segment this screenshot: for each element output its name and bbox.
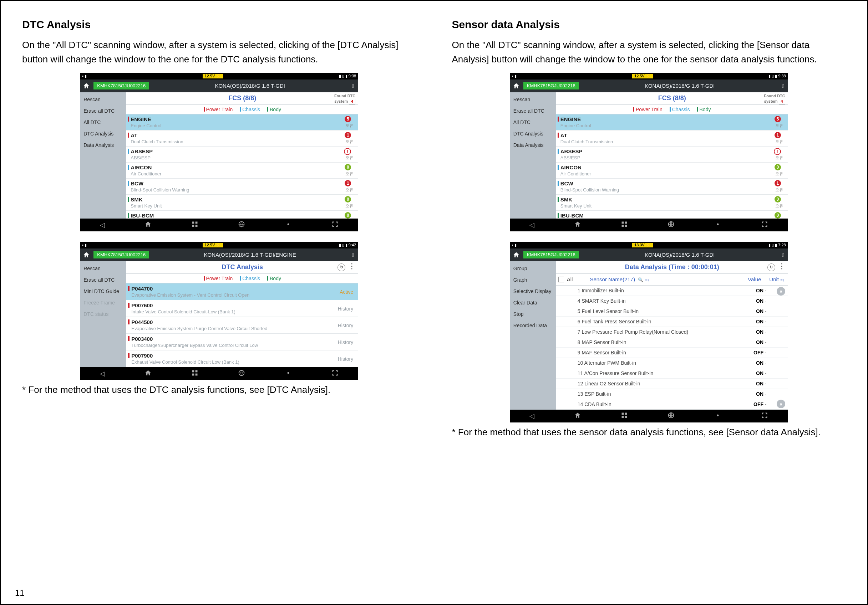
home-icon[interactable]	[83, 251, 90, 258]
dtc-row-P044500[interactable]: P044500 Evaporative Emission System-Purg…	[126, 317, 358, 334]
sidebar-item-rescan[interactable]: Rescan	[80, 263, 126, 274]
data-row[interactable]: 8 MAP Sensor Built-in ON-	[556, 337, 788, 348]
data-row[interactable]: 11 A/Con Pressure Sensor Built-in ON-	[556, 368, 788, 379]
pill-body[interactable]: Body	[697, 107, 711, 112]
sidebar-item-dtc-analysis[interactable]: DTC Analysis	[510, 128, 556, 139]
back-icon[interactable]: ◁	[100, 370, 105, 378]
system-row-ibu-bcm[interactable]: IBU-BCM 0	[556, 211, 788, 218]
globe-icon[interactable]	[668, 221, 675, 229]
system-row-at[interactable]: AT Dual Clutch Transmission 1 오류	[556, 130, 788, 147]
sensor-name-header[interactable]: Sensor Name(217) 🔍 ≡↓	[575, 276, 741, 282]
sidebar-item-graph[interactable]: Graph	[510, 274, 556, 286]
dtc-row-P007600[interactable]: P007600 Intake Valve Control Solenoid Ci…	[126, 300, 358, 317]
search-icon[interactable]: 🔍	[638, 277, 643, 282]
sidebar-item-clear-data[interactable]: Clear Data	[510, 297, 556, 308]
scroll-down-icon[interactable]: ∨	[777, 400, 785, 408]
system-row-aircon[interactable]: AIRCON Air Conditioner 0 오류	[556, 162, 788, 179]
system-row-ibu-bcm[interactable]: IBU-BCM 0	[126, 211, 358, 218]
home-icon[interactable]	[144, 369, 152, 378]
sidebar-item-all-dtc[interactable]: All DTC	[510, 117, 556, 128]
system-row-bcw[interactable]: BCW Blind-Spot Collision Warning 1 오류	[556, 179, 788, 195]
back-icon[interactable]: ◁	[529, 412, 535, 420]
sidebar-item-erase-all-dtc[interactable]: Erase all DTC	[510, 105, 556, 117]
system-row-aircon[interactable]: AIRCON Air Conditioner 0 오류	[126, 162, 358, 179]
sidebar-item-data-analysis[interactable]: Data Analysis	[80, 139, 126, 151]
pill-power-train[interactable]: Power Train	[633, 107, 662, 112]
settings-icon[interactable]	[714, 221, 721, 229]
settings-icon[interactable]	[285, 221, 292, 229]
system-row-absesp[interactable]: ABSESP ABS/ESP ! 오류	[556, 147, 788, 162]
apps-icon[interactable]	[621, 221, 628, 229]
data-row[interactable]: 12 Linear O2 Sensor Built-in ON-	[556, 379, 788, 389]
globe-icon[interactable]	[238, 221, 245, 229]
scroll-up-icon[interactable]: ∧	[777, 287, 785, 296]
pill-body[interactable]: Body	[267, 107, 281, 112]
data-row[interactable]: 13 ESP Built-in ON-	[556, 389, 788, 399]
system-row-smk[interactable]: SMK Smart Key Unit 0 오류	[126, 195, 358, 211]
back-icon[interactable]: ◁	[529, 221, 535, 229]
settings-icon[interactable]	[714, 412, 721, 420]
data-row[interactable]: 9 MAF Sensor Built-in OFF-	[556, 348, 788, 358]
expand-icon[interactable]	[761, 412, 768, 420]
pill-power-train[interactable]: Power Train	[204, 107, 233, 112]
data-row[interactable]: 5 Fuel Level Sensor Built-in ON-	[556, 306, 788, 317]
sidebar-item-data-analysis[interactable]: Data Analysis	[510, 139, 556, 151]
sidebar-item-rescan[interactable]: Rescan	[80, 94, 126, 105]
sort-icon[interactable]: ≡↓	[645, 277, 649, 282]
dtc-row-P007900[interactable]: P007900 Exhaust Valve Control Solenoid C…	[126, 350, 358, 367]
sidebar-item-dtc-analysis[interactable]: DTC Analysis	[80, 128, 126, 139]
pill-chassis[interactable]: Chassis	[240, 107, 260, 112]
data-row[interactable]: 4 SMART Key Built-in ON-	[556, 296, 788, 306]
back-icon[interactable]: ◁	[100, 221, 105, 229]
system-row-engine[interactable]: ENGINE Engine Control 5 오류	[126, 115, 358, 130]
system-row-absesp[interactable]: ABSESP ABS/ESP ! 오류	[126, 147, 358, 162]
send-icon[interactable]: ⇧	[351, 252, 355, 258]
system-row-at[interactable]: AT Dual Clutch Transmission 1 오류	[126, 130, 358, 147]
settings-icon[interactable]	[285, 369, 292, 378]
dtc-row-P003400[interactable]: P003400 Turbocharger/Supercharger Bypass…	[126, 334, 358, 350]
data-row[interactable]: 14 CDA Built-in OFF-	[556, 399, 788, 410]
send-icon[interactable]: ⇧	[781, 252, 785, 258]
system-row-engine[interactable]: ENGINE Engine Control 5 오류	[556, 115, 788, 130]
apps-icon[interactable]	[621, 412, 628, 420]
data-row[interactable]: 1 Immobilizer Built-in ON-	[556, 286, 788, 296]
home-icon[interactable]	[83, 82, 90, 90]
home-icon[interactable]	[574, 221, 581, 229]
expand-icon[interactable]	[332, 369, 339, 378]
select-all-checkbox[interactable]	[558, 277, 564, 282]
sidebar-item-all-dtc[interactable]: All DTC	[80, 117, 126, 128]
home-icon[interactable]	[144, 221, 152, 229]
pill-chassis[interactable]: Chassis	[240, 275, 260, 281]
send-icon[interactable]: ⇧	[781, 83, 785, 89]
sidebar-item-erase-all-dtc[interactable]: Erase all DTC	[80, 105, 126, 117]
unit-header[interactable]: Unit ≡↓	[768, 276, 786, 282]
expand-icon[interactable]	[332, 221, 339, 229]
refresh-icon[interactable]: ↻	[338, 263, 345, 271]
data-row[interactable]: 6 Fuel Tank Press Sensor Built-in ON-	[556, 317, 788, 327]
sidebar-item-mini-dtc-guide[interactable]: Mini DTC Guide	[80, 286, 126, 297]
globe-icon[interactable]	[668, 412, 675, 420]
refresh-icon[interactable]: ↻	[767, 263, 775, 271]
send-icon[interactable]: ⇧	[351, 83, 355, 89]
data-row[interactable]: 7 Low Pressure Fuel Pump Relay(Normal Cl…	[556, 327, 788, 337]
home-icon[interactable]	[513, 251, 520, 258]
apps-icon[interactable]	[191, 221, 198, 229]
pill-power-train[interactable]: Power Train	[204, 275, 233, 281]
sidebar-item-stop[interactable]: Stop	[510, 308, 556, 320]
more-icon[interactable]: ⋮	[348, 263, 355, 271]
sidebar-item-erase-all-dtc[interactable]: Erase all DTC	[80, 274, 126, 286]
system-row-bcw[interactable]: BCW Blind-Spot Collision Warning 1 오류	[126, 179, 358, 195]
sidebar-item-recorded-data[interactable]: Recorded Data	[510, 320, 556, 331]
pill-body[interactable]: Body	[267, 275, 281, 281]
data-row[interactable]: 10 Alternator PWM Built-in ON-	[556, 358, 788, 368]
pill-chassis[interactable]: Chassis	[670, 107, 690, 112]
expand-icon[interactable]	[761, 221, 768, 229]
globe-icon[interactable]	[238, 369, 245, 378]
sidebar-item-group[interactable]: Group	[510, 263, 556, 274]
system-row-smk[interactable]: SMK Smart Key Unit 0 오류	[556, 195, 788, 211]
sidebar-item-selective-display[interactable]: Selective Display	[510, 286, 556, 297]
more-icon[interactable]: ⋮	[778, 263, 785, 271]
apps-icon[interactable]	[191, 369, 198, 378]
dtc-row-P044700[interactable]: P044700 Evaporative Emission System - Ve…	[126, 283, 358, 300]
sidebar-item-rescan[interactable]: Rescan	[510, 94, 556, 105]
